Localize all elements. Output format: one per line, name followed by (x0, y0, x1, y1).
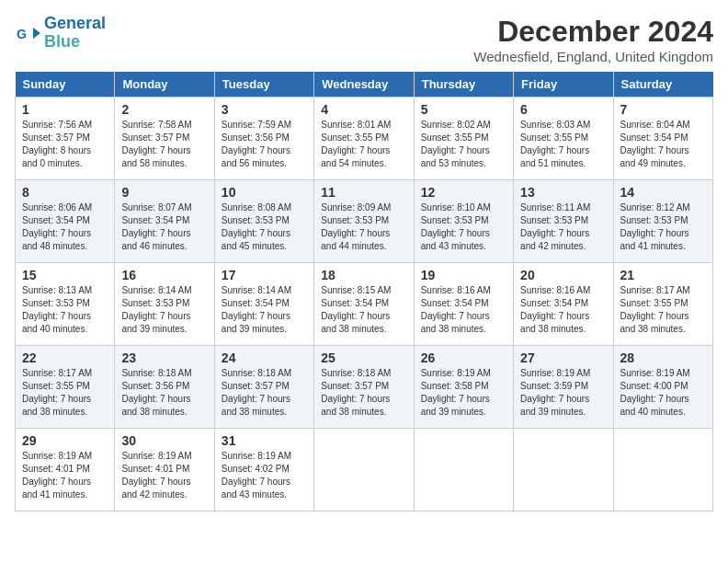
day-number: 19 (421, 268, 506, 282)
day-number: 14 (620, 185, 706, 200)
day-number: 16 (121, 268, 207, 282)
calendar-cell: 15 Sunrise: 8:13 AM Sunset: 3:53 PM Dayl… (16, 263, 115, 346)
calendar-cell: 23 Sunrise: 8:18 AM Sunset: 3:56 PM Dayl… (115, 346, 214, 429)
day-info: Sunrise: 8:16 AM Sunset: 3:54 PM Dayligh… (520, 284, 606, 336)
day-number: 2 (121, 102, 207, 117)
calendar-cell: 31 Sunrise: 8:19 AM Sunset: 4:02 PM Dayl… (214, 429, 313, 511)
svg-marker-1 (33, 28, 40, 39)
calendar-cell (613, 429, 712, 511)
day-number: 1 (22, 102, 108, 117)
calendar-cell: 17 Sunrise: 8:14 AM Sunset: 3:54 PM Dayl… (214, 263, 313, 346)
day-info: Sunrise: 8:14 AM Sunset: 3:53 PM Dayligh… (121, 284, 207, 336)
logo: G General Blue (15, 15, 106, 52)
day-number: 10 (222, 185, 307, 200)
day-info: Sunrise: 8:19 AM Sunset: 3:58 PM Dayligh… (421, 367, 506, 419)
day-info: Sunrise: 8:18 AM Sunset: 3:57 PM Dayligh… (222, 367, 307, 419)
day-number: 3 (222, 102, 307, 117)
col-header-sunday: Sunday (16, 72, 115, 98)
calendar-cell: 2 Sunrise: 7:58 AM Sunset: 3:57 PM Dayli… (115, 98, 214, 180)
day-number: 29 (22, 433, 108, 448)
logo-text: General Blue (44, 15, 106, 52)
day-info: Sunrise: 8:19 AM Sunset: 4:00 PM Dayligh… (620, 367, 706, 419)
calendar-cell: 30 Sunrise: 8:19 AM Sunset: 4:01 PM Dayl… (115, 429, 214, 511)
day-number: 28 (620, 350, 706, 365)
day-info: Sunrise: 8:08 AM Sunset: 3:53 PM Dayligh… (222, 201, 307, 253)
calendar-cell: 3 Sunrise: 7:59 AM Sunset: 3:56 PM Dayli… (214, 98, 313, 180)
day-info: Sunrise: 8:04 AM Sunset: 3:54 PM Dayligh… (620, 119, 706, 170)
day-info: Sunrise: 8:19 AM Sunset: 4:01 PM Dayligh… (121, 450, 207, 501)
col-header-thursday: Thursday (414, 72, 513, 98)
day-number: 22 (22, 350, 108, 365)
day-info: Sunrise: 8:16 AM Sunset: 3:54 PM Dayligh… (421, 284, 506, 336)
calendar-cell: 20 Sunrise: 8:16 AM Sunset: 3:54 PM Dayl… (514, 263, 613, 346)
day-info: Sunrise: 8:19 AM Sunset: 3:59 PM Dayligh… (520, 367, 606, 419)
calendar-cell: 5 Sunrise: 8:02 AM Sunset: 3:55 PM Dayli… (414, 98, 513, 180)
day-number: 5 (421, 102, 506, 117)
day-number: 26 (421, 350, 506, 365)
day-number: 24 (222, 350, 307, 365)
day-info: Sunrise: 8:18 AM Sunset: 3:56 PM Dayligh… (121, 367, 207, 419)
day-number: 6 (520, 102, 606, 117)
calendar-cell: 27 Sunrise: 8:19 AM Sunset: 3:59 PM Dayl… (514, 346, 613, 429)
day-number: 9 (121, 185, 207, 200)
calendar-cell: 9 Sunrise: 8:07 AM Sunset: 3:54 PM Dayli… (115, 180, 214, 263)
day-info: Sunrise: 8:11 AM Sunset: 3:53 PM Dayligh… (520, 201, 606, 253)
day-number: 15 (22, 268, 108, 282)
col-header-wednesday: Wednesday (314, 72, 414, 98)
day-info: Sunrise: 8:01 AM Sunset: 3:55 PM Dayligh… (321, 119, 406, 170)
day-info: Sunrise: 8:10 AM Sunset: 3:53 PM Dayligh… (421, 201, 506, 253)
calendar-cell: 14 Sunrise: 8:12 AM Sunset: 3:53 PM Dayl… (613, 180, 712, 263)
col-header-friday: Friday (514, 72, 613, 98)
day-number: 13 (520, 185, 606, 200)
logo-icon: G (15, 20, 40, 46)
day-number: 31 (222, 433, 307, 448)
day-info: Sunrise: 8:12 AM Sunset: 3:53 PM Dayligh… (620, 201, 706, 253)
day-info: Sunrise: 8:14 AM Sunset: 3:54 PM Dayligh… (222, 284, 307, 336)
day-number: 27 (520, 350, 606, 365)
day-number: 11 (321, 185, 406, 200)
month-title: December 2024 (473, 15, 713, 49)
calendar-cell: 18 Sunrise: 8:15 AM Sunset: 3:54 PM Dayl… (314, 263, 414, 346)
day-number: 7 (620, 102, 706, 117)
day-number: 20 (520, 268, 606, 282)
calendar-cell (414, 429, 513, 511)
day-number: 23 (121, 350, 207, 365)
svg-text:G: G (17, 27, 27, 41)
calendar-cell: 24 Sunrise: 8:18 AM Sunset: 3:57 PM Dayl… (214, 346, 313, 429)
day-info: Sunrise: 8:09 AM Sunset: 3:53 PM Dayligh… (321, 201, 406, 253)
calendar-cell: 28 Sunrise: 8:19 AM Sunset: 4:00 PM Dayl… (613, 346, 712, 429)
day-info: Sunrise: 8:17 AM Sunset: 3:55 PM Dayligh… (620, 284, 706, 336)
calendar-cell: 19 Sunrise: 8:16 AM Sunset: 3:54 PM Dayl… (414, 263, 513, 346)
calendar-cell (314, 429, 414, 511)
day-number: 25 (321, 350, 406, 365)
day-number: 30 (121, 433, 207, 448)
day-info: Sunrise: 8:06 AM Sunset: 3:54 PM Dayligh… (22, 201, 108, 253)
calendar-cell: 16 Sunrise: 8:14 AM Sunset: 3:53 PM Dayl… (115, 263, 214, 346)
day-info: Sunrise: 8:15 AM Sunset: 3:54 PM Dayligh… (321, 284, 406, 336)
day-info: Sunrise: 8:19 AM Sunset: 4:01 PM Dayligh… (22, 450, 108, 501)
calendar-cell: 7 Sunrise: 8:04 AM Sunset: 3:54 PM Dayli… (613, 98, 712, 180)
day-info: Sunrise: 8:17 AM Sunset: 3:55 PM Dayligh… (22, 367, 108, 419)
day-info: Sunrise: 8:18 AM Sunset: 3:57 PM Dayligh… (321, 367, 406, 419)
col-header-tuesday: Tuesday (214, 72, 313, 98)
day-info: Sunrise: 8:19 AM Sunset: 4:02 PM Dayligh… (222, 450, 307, 501)
col-header-saturday: Saturday (613, 72, 712, 98)
day-info: Sunrise: 7:56 AM Sunset: 3:57 PM Dayligh… (22, 119, 108, 170)
calendar-cell: 21 Sunrise: 8:17 AM Sunset: 3:55 PM Dayl… (613, 263, 712, 346)
day-info: Sunrise: 8:07 AM Sunset: 3:54 PM Dayligh… (121, 201, 207, 253)
day-info: Sunrise: 7:59 AM Sunset: 3:56 PM Dayligh… (222, 119, 307, 170)
day-info: Sunrise: 7:58 AM Sunset: 3:57 PM Dayligh… (121, 119, 207, 170)
calendar-cell (514, 429, 613, 511)
calendar-cell: 12 Sunrise: 8:10 AM Sunset: 3:53 PM Dayl… (414, 180, 513, 263)
calendar-cell: 13 Sunrise: 8:11 AM Sunset: 3:53 PM Dayl… (514, 180, 613, 263)
calendar-cell: 25 Sunrise: 8:18 AM Sunset: 3:57 PM Dayl… (314, 346, 414, 429)
title-area: December 2024 Wednesfield, England, Unit… (473, 15, 713, 64)
day-number: 8 (22, 185, 108, 200)
calendar-cell: 4 Sunrise: 8:01 AM Sunset: 3:55 PM Dayli… (314, 98, 414, 180)
calendar-table: SundayMondayTuesdayWednesdayThursdayFrid… (15, 72, 713, 511)
calendar-cell: 6 Sunrise: 8:03 AM Sunset: 3:55 PM Dayli… (514, 98, 613, 180)
day-number: 17 (222, 268, 307, 282)
calendar-cell: 1 Sunrise: 7:56 AM Sunset: 3:57 PM Dayli… (16, 98, 115, 180)
calendar-cell: 29 Sunrise: 8:19 AM Sunset: 4:01 PM Dayl… (16, 429, 115, 511)
calendar-cell: 26 Sunrise: 8:19 AM Sunset: 3:58 PM Dayl… (414, 346, 513, 429)
